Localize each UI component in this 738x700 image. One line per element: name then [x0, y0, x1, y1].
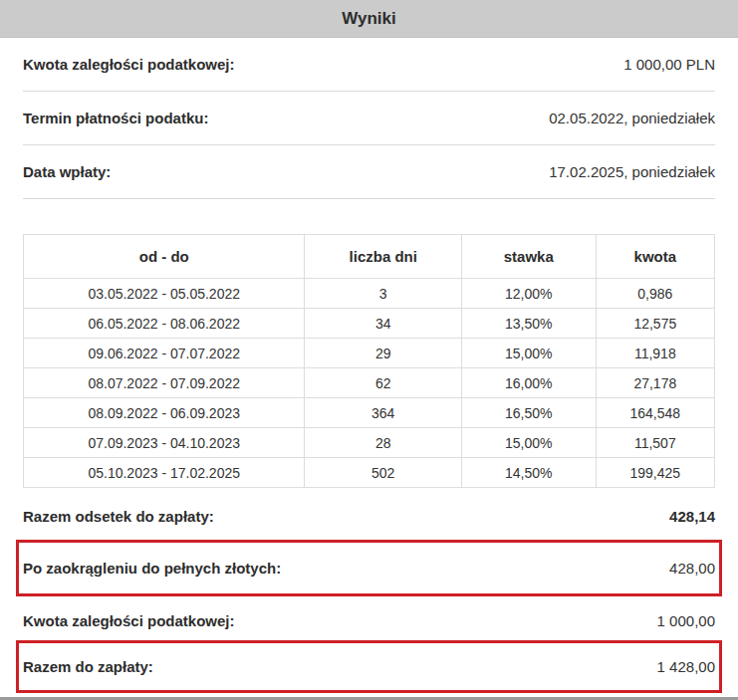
total-row-highlighted: Po zaokrągleniu do pełnych złotych:428,0…: [16, 540, 722, 596]
info-row: Termin płatności podatku:02.05.2022, pon…: [23, 92, 715, 145]
table-cell: 62: [305, 368, 462, 398]
total-row-value: 428,14: [669, 508, 715, 525]
info-row-label: Kwota zaległości podatkowej:: [23, 56, 235, 73]
table-cell: 16,50%: [461, 398, 596, 428]
table-column-header: od - do: [24, 235, 305, 279]
table-column-header: kwota: [596, 235, 714, 279]
total-row-value: 1 000,00: [657, 612, 715, 629]
table-cell: 502: [305, 458, 462, 488]
table-cell: 364: [305, 398, 462, 428]
summary-top-section: Kwota zaległości podatkowej:1 000,00 PLN…: [23, 38, 715, 199]
table-cell: 15,00%: [461, 428, 596, 458]
table-cell: 05.10.2023 - 17.02.2025: [24, 458, 305, 488]
table-body: 03.05.2022 - 05.05.2022312,00%0,98606.05…: [24, 279, 715, 488]
table-cell: 12,00%: [461, 279, 596, 309]
table-cell: 06.05.2022 - 08.06.2022: [24, 309, 305, 339]
table-row: 05.10.2023 - 17.02.202550214,50%199,425: [24, 458, 715, 488]
table-cell: 11,918: [596, 339, 714, 368]
info-row: Kwota zaległości podatkowej:1 000,00 PLN: [23, 38, 715, 92]
total-row-value: 428,00: [669, 560, 715, 577]
total-row: Kwota zaległości podatkowej:1 000,00: [23, 602, 715, 639]
table-row: 08.07.2022 - 07.09.20226216,00%27,178: [24, 368, 715, 398]
info-row-label: Data wpłaty:: [23, 163, 111, 180]
total-row-label: Kwota zaległości podatkowej:: [23, 612, 235, 629]
table-cell: 0,986: [596, 279, 714, 309]
results-content: Kwota zaległości podatkowej:1 000,00 PLN…: [0, 38, 738, 697]
table-cell: 3: [305, 279, 462, 309]
table-cell: 14,50%: [461, 458, 596, 488]
table-row: 07.09.2023 - 04.10.20232815,00%11,507: [24, 428, 715, 458]
table-column-header: liczba dni: [305, 235, 462, 279]
total-row: Razem odsetek do zapłaty:428,14: [23, 498, 715, 535]
info-row-value: 17.02.2025, poniedziałek: [549, 163, 715, 180]
table-cell: 164,548: [596, 398, 714, 428]
table-cell: 03.05.2022 - 05.05.2022: [24, 279, 305, 309]
total-row-label: Razem odsetek do zapłaty:: [23, 508, 214, 525]
table-cell: 199,425: [596, 458, 714, 488]
page-title: Wyniki: [342, 9, 395, 29]
total-row-value: 1 428,00: [657, 658, 715, 675]
table-cell: 29: [305, 339, 462, 368]
table-cell: 13,50%: [461, 309, 596, 339]
table-cell: 34: [305, 309, 462, 339]
results-header: Wyniki: [0, 0, 738, 38]
interest-periods-table: od - doliczba dnistawkakwota 03.05.2022 …: [23, 234, 715, 488]
results-page: Wyniki Kwota zaległości podatkowej:1 000…: [0, 0, 738, 700]
table-cell: 12,575: [596, 309, 714, 339]
table-row: 03.05.2022 - 05.05.2022312,00%0,986: [24, 279, 715, 309]
table-cell: 11,507: [596, 428, 714, 458]
table-column-header: stawka: [461, 235, 596, 279]
table-cell: 15,00%: [461, 339, 596, 368]
table-cell: 28: [305, 428, 462, 458]
table-cell: 07.09.2023 - 04.10.2023: [24, 428, 305, 458]
info-row-value: 1 000,00 PLN: [623, 56, 715, 73]
table-row: 08.09.2022 - 06.09.202336416,50%164,548: [24, 398, 715, 428]
total-row-label: Po zaokrągleniu do pełnych złotych:: [23, 560, 281, 577]
table-cell: 27,178: [596, 368, 714, 398]
table-cell: 16,00%: [461, 368, 596, 398]
info-row-label: Termin płatności podatku:: [23, 110, 208, 126]
total-row-label: Razem do zapłaty:: [23, 658, 153, 675]
table-cell: 09.06.2022 - 07.07.2022: [24, 339, 305, 368]
info-row: Data wpłaty:17.02.2025, poniedziałek: [23, 145, 715, 199]
table-cell: 08.09.2022 - 06.09.2023: [24, 398, 305, 428]
total-row-highlighted: Razem do zapłaty:1 428,00: [16, 640, 722, 693]
table-cell: 08.07.2022 - 07.09.2022: [24, 368, 305, 398]
table-row: 09.06.2022 - 07.07.20222915,00%11,918: [24, 339, 715, 368]
table-header-row: od - doliczba dnistawkakwota: [24, 235, 715, 279]
table-row: 06.05.2022 - 08.06.20223413,50%12,575: [24, 309, 715, 339]
info-row-value: 02.05.2022, poniedziałek: [549, 110, 715, 126]
summary-bottom-section: Razem odsetek do zapłaty:428,14Po zaokrą…: [23, 498, 715, 693]
